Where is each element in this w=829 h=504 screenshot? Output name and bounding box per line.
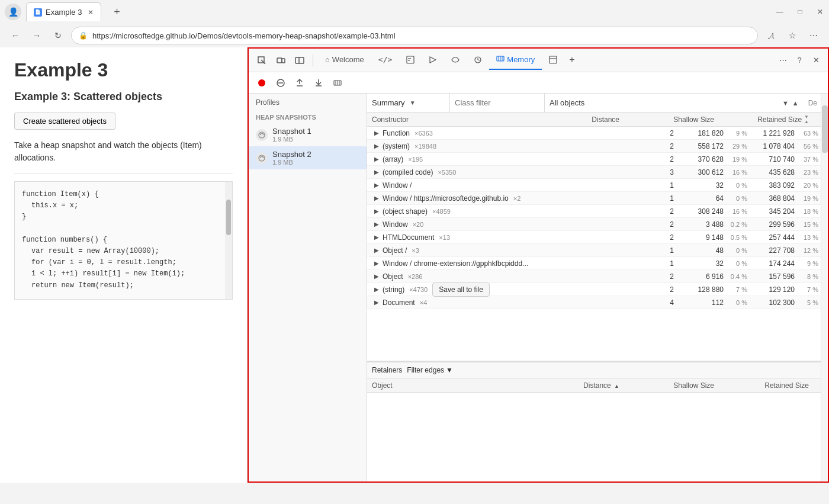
table-row[interactable]: ▶ (system) ×19848 2 558 172 29 % 1 078 4… bbox=[367, 140, 821, 153]
tab-add[interactable]: + bbox=[564, 51, 579, 70]
url-bar[interactable]: 🔒 https://microsoftedge.github.io/Demos/… bbox=[71, 27, 758, 44]
expand-icon-5[interactable]: ▶ bbox=[374, 195, 379, 201]
settings-button[interactable]: ⋯ bbox=[805, 27, 822, 44]
sort-down-arrow[interactable]: ▼ bbox=[781, 98, 790, 108]
record-button[interactable] bbox=[253, 75, 270, 91]
minimize-button[interactable]: — bbox=[776, 8, 784, 16]
read-aloud-button[interactable]: 𝓐 bbox=[763, 27, 779, 44]
table-row[interactable]: ▶ HTMLDocument ×13 2 9 148 0.5 % 257 444… bbox=[367, 231, 821, 244]
expand-icon-7[interactable]: ▶ bbox=[374, 221, 379, 227]
devtools-more-button[interactable]: ⋯ bbox=[776, 53, 790, 68]
table-row[interactable]: ▶ (string) ×4730 Save all to file 2 128 … bbox=[367, 283, 821, 296]
table-row[interactable]: ▶ Function ×6363 2 181 820 9 % 1 221 928… bbox=[367, 127, 821, 140]
summary-dropdown[interactable]: Summary ▼ bbox=[367, 94, 450, 113]
clear-button[interactable] bbox=[272, 75, 289, 91]
expand-icon-10[interactable]: ▶ bbox=[374, 260, 379, 267]
expand-icon-13[interactable]: ▶ bbox=[374, 299, 379, 306]
devtools-help-button[interactable]: ? bbox=[792, 53, 806, 68]
all-objects-dropdown[interactable]: All objects bbox=[545, 94, 776, 113]
constructor-name-5: Window / https://microsoftedge.github.io bbox=[383, 194, 509, 203]
inspect-element-button[interactable] bbox=[253, 52, 270, 69]
favorites-button[interactable]: ☆ bbox=[784, 27, 801, 44]
constructor-name-4: Window / bbox=[383, 181, 412, 190]
create-scattered-button[interactable]: Create scattered objects bbox=[14, 113, 115, 130]
snapshot-item-2[interactable]: Snapshot 2 1.9 MB bbox=[249, 146, 367, 169]
retained-sort-arrows: ▼ ▲ bbox=[804, 115, 809, 124]
download-profile-button[interactable] bbox=[310, 75, 327, 91]
address-bar: ← → ↻ 🔒 https://microsoftedge.github.io/… bbox=[0, 24, 829, 47]
class-filter-input[interactable] bbox=[455, 98, 532, 107]
devtools-close-button[interactable]: ✕ bbox=[809, 53, 823, 68]
new-tab-button[interactable]: + bbox=[108, 4, 125, 20]
tab-performance[interactable] bbox=[467, 51, 489, 70]
expand-icon-12[interactable]: ▶ bbox=[374, 286, 379, 293]
upload-profile-button[interactable] bbox=[291, 75, 308, 91]
expand-icon-4[interactable]: ▶ bbox=[374, 182, 379, 188]
tab-elements[interactable]: </> bbox=[371, 51, 399, 70]
profile-avatar[interactable]: 👤 bbox=[5, 4, 21, 20]
table-row[interactable]: ▶ Window / https://microsoftedge.github.… bbox=[367, 192, 821, 205]
expand-icon-8[interactable]: ▶ bbox=[374, 234, 379, 240]
tab-sources[interactable] bbox=[422, 51, 444, 70]
cell-retained-pct-10: 9 % bbox=[797, 260, 821, 267]
table-row[interactable]: ▶ Window ×20 2 3 488 0.2 % 299 596 15 % bbox=[367, 218, 821, 231]
constructor-count-9: ×3 bbox=[412, 247, 419, 254]
tab-close-button[interactable]: ✕ bbox=[88, 8, 94, 17]
constructor-name-10: Window / chrome-extension://gpphkfbcpidd… bbox=[383, 259, 528, 268]
summary-chevron-icon: ▼ bbox=[410, 99, 416, 106]
table-scrollbar[interactable] bbox=[821, 94, 828, 481]
table-row[interactable]: ▶ (object shape) ×4859 2 308 248 16 % 34… bbox=[367, 205, 821, 218]
collect-garbage-button[interactable] bbox=[329, 75, 346, 91]
tab-application[interactable] bbox=[542, 51, 564, 70]
svg-rect-6 bbox=[407, 56, 414, 63]
table-row[interactable]: ▶ Object ×286 2 6 916 0.4 % 157 596 8 % bbox=[367, 270, 821, 283]
refresh-button[interactable]: ↻ bbox=[50, 27, 66, 44]
retainers-header-shallow[interactable]: Shallow Size bbox=[624, 381, 719, 390]
cell-retained-pct-3: 23 % bbox=[797, 169, 821, 176]
header-distance[interactable]: Distance bbox=[577, 115, 624, 124]
sort-up-arrow[interactable]: ▲ bbox=[791, 98, 800, 108]
expand-icon-6[interactable]: ▶ bbox=[374, 208, 379, 214]
retainers-header-retained[interactable]: Retained Size bbox=[719, 381, 814, 390]
expand-icon-0[interactable]: ▶ bbox=[374, 130, 379, 136]
back-button[interactable]: ← bbox=[7, 27, 24, 44]
table-row[interactable]: ▶ (array) ×195 2 370 628 19 % 710 740 37… bbox=[367, 153, 821, 166]
table-row[interactable]: ▶ Object / ×3 1 48 0 % 227 708 12 % bbox=[367, 244, 821, 257]
dock-button[interactable] bbox=[291, 52, 308, 69]
tab-memory[interactable]: Memory bbox=[489, 51, 542, 70]
expand-icon-9[interactable]: ▶ bbox=[374, 247, 379, 253]
device-toggle-button[interactable] bbox=[272, 52, 289, 69]
save-to-file-tooltip[interactable]: Save all to file bbox=[432, 283, 490, 297]
cell-distance-11: 2 bbox=[631, 272, 679, 281]
tab-console[interactable] bbox=[399, 51, 422, 70]
filter-edges-button[interactable]: Filter edges ▼ bbox=[407, 366, 453, 374]
filter-right: ▼ ▲ bbox=[776, 98, 805, 108]
constructor-count-1: ×19848 bbox=[415, 143, 436, 150]
maximize-button[interactable]: □ bbox=[796, 8, 804, 16]
tab-network[interactable] bbox=[444, 51, 467, 70]
browser-tab-active[interactable]: 📄 Example 3 ✕ bbox=[26, 2, 101, 21]
cell-shallow-size-9: 48 bbox=[679, 246, 726, 255]
snapshot-item-1[interactable]: Snapshot 1 1.9 MB bbox=[249, 123, 367, 146]
tab-welcome[interactable]: ⌂ Welcome bbox=[318, 51, 371, 70]
retainers-header-distance[interactable]: Distance ▲ bbox=[577, 381, 624, 390]
code-scrollbar[interactable] bbox=[225, 182, 232, 299]
table-row[interactable]: ▶ Window / 1 32 0 % 383 092 20 % bbox=[367, 179, 821, 192]
table-row[interactable]: ▶ (compiled code) ×5350 3 300 612 16 % 4… bbox=[367, 166, 821, 179]
close-button[interactable]: ✕ bbox=[816, 8, 824, 16]
header-retained-size[interactable]: Retained Size ▼ ▲ bbox=[719, 115, 814, 124]
lock-icon: 🔒 bbox=[79, 31, 88, 40]
forward-button[interactable]: → bbox=[28, 27, 45, 44]
cell-constructor-5: ▶ Window / https://microsoftedge.github.… bbox=[367, 194, 631, 203]
snapshot-1-name: Snapshot 1 bbox=[272, 127, 311, 136]
table-row[interactable]: ▶ Document ×4 4 112 0 % 102 300 5 % bbox=[367, 296, 821, 309]
cell-shallow-size-11: 6 916 bbox=[679, 272, 726, 281]
cell-shallow-size-2: 370 628 bbox=[679, 155, 726, 163]
expand-icon-11[interactable]: ▶ bbox=[374, 273, 379, 280]
header-shallow-size[interactable]: Shallow Size bbox=[624, 115, 719, 124]
table-row[interactable]: ▶ Window / chrome-extension://gpphkfbcpi… bbox=[367, 257, 821, 270]
expand-icon-1[interactable]: ▶ bbox=[374, 143, 379, 149]
expand-icon-2[interactable]: ▶ bbox=[374, 156, 379, 162]
expand-icon-3[interactable]: ▶ bbox=[374, 169, 379, 175]
cell-shallow-size-1: 558 172 bbox=[679, 142, 726, 150]
